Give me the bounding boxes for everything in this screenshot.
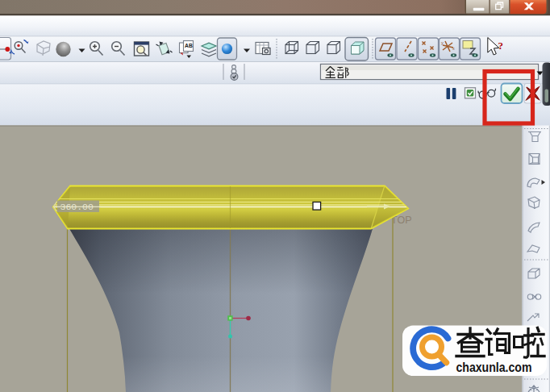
svg-text:x: x [452, 46, 455, 51]
svg-text:?: ? [498, 40, 504, 52]
svg-text:y: y [441, 40, 444, 45]
svg-text:chaxunla.com: chaxunla.com [456, 360, 532, 374]
svg-text:AB: AB [185, 43, 193, 48]
